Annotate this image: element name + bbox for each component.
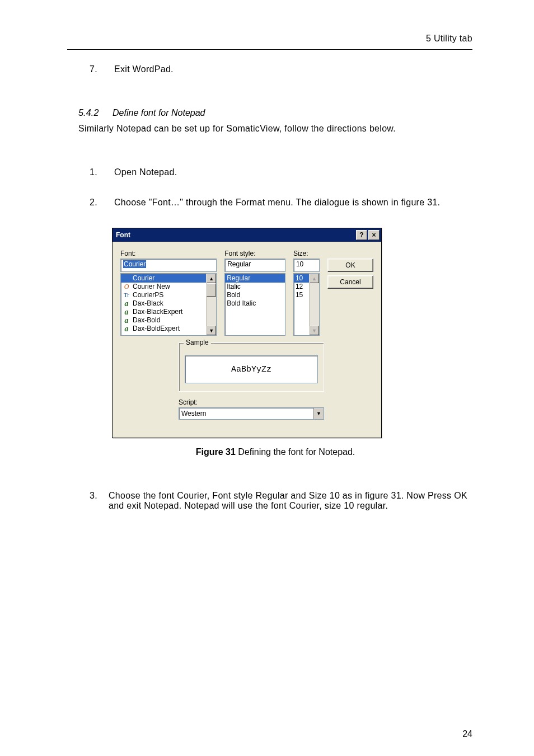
figure: Font ? × Font: Courier [112,228,472,438]
font-dialog: Font ? × Font: Courier [112,228,382,438]
section-number: 5.4.2 [78,108,99,118]
list-number: 3. [90,491,97,511]
scrollbar: ▲ ▼ [309,274,319,335]
section-title: Define font for Notepad [113,108,205,118]
list-text: Exit WordPad. [114,64,174,74]
dialog-title: Font [116,231,130,239]
figure-caption: Figure 31 Defining the font for Notepad. [78,447,472,457]
font-option[interactable]: TrCourierPS [121,291,206,299]
font-option[interactable]: aDax-BoldExpert [121,325,206,333]
page-number: 24 [462,729,472,739]
chevron-down-icon[interactable]: ▼ [313,408,324,419]
style-option[interactable]: Italic [225,283,285,291]
size-option[interactable]: 10 [294,274,309,283]
section-intro: Similarly Notepad can be set up for Soma… [78,124,472,134]
font-input[interactable]: Courier [120,259,217,272]
size-input[interactable]: 10 [293,259,320,272]
style-option[interactable]: Bold Italic [225,299,285,308]
size-listbox[interactable]: 10 12 15 ▲ ▼ [293,273,320,336]
list-text: Choose the font Courier, Font style Regu… [109,491,472,511]
font-label: Font: [120,250,217,257]
script-combobox[interactable]: Western ▼ [179,407,324,420]
font-option[interactable]: aDax-Bold [121,316,206,325]
size-label: Size: [293,250,320,257]
dialog-titlebar[interactable]: Font ? × [113,228,381,242]
list-item: 1. Open Notepad. [90,167,472,177]
list-text: Choose "Font…" through the Format menu. … [114,198,440,208]
font-option[interactable]: aDax-BlackExpert [121,308,206,316]
scroll-up-icon[interactable]: ▲ [207,274,216,283]
scroll-down-icon: ▼ [310,326,319,335]
style-option[interactable]: Bold [225,291,285,299]
sample-groupbox: Sample AaBbYyZz [179,342,324,392]
script-label: Script: [179,398,324,406]
font-option[interactable]: aDax-Black [121,299,206,308]
close-button[interactable]: × [368,230,380,240]
list-item: 2. Choose "Font…" through the Format men… [90,198,472,208]
list-item: 3. Choose the font Courier, Font style R… [90,491,472,511]
list-number: 2. [90,198,103,208]
help-button[interactable]: ? [356,230,367,240]
list-item: 7. Exit WordPad. [90,64,472,74]
size-option[interactable]: 15 [294,291,309,299]
figure-label: Figure 31 [196,447,236,457]
cancel-button[interactable]: Cancel [327,275,373,289]
size-option[interactable]: 12 [294,283,309,291]
font-style-input[interactable]: Regular [224,259,285,272]
scroll-up-icon: ▲ [310,274,319,283]
list-number: 7. [90,64,103,74]
running-header: 5 Utility tab [67,34,472,50]
font-option[interactable]: Courier [121,274,206,283]
list-number: 1. [90,167,103,177]
scrollbar[interactable]: ▲ ▼ [206,274,216,335]
font-style-listbox[interactable]: Regular Italic Bold Bold Italic [224,273,285,336]
style-option[interactable]: Regular [225,274,285,283]
script-value: Western [179,408,313,419]
font-style-label: Font style: [224,250,285,257]
scroll-thumb[interactable] [207,283,216,297]
font-option[interactable]: OCourier New [121,283,206,291]
section-heading: 5.4.2 Define font for Notepad [78,108,472,118]
sample-label: Sample [184,339,211,346]
ok-button[interactable]: OK [327,259,373,272]
scroll-down-icon[interactable]: ▼ [207,326,216,335]
list-text: Open Notepad. [114,167,177,177]
sample-preview: AaBbYyZz [185,355,318,383]
font-listbox[interactable]: Courier OCourier New TrCourierPS aDax-Bl… [120,273,217,336]
